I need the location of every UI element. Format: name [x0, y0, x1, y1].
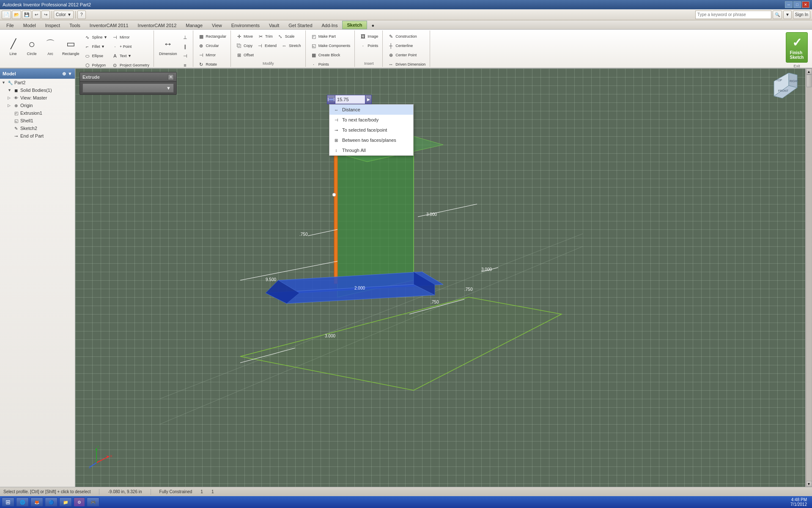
dialog-dropdown[interactable]: ▼ [82, 83, 174, 93]
ellipse-button[interactable]: ⬭ Ellipse [82, 52, 109, 60]
tab-model[interactable]: Model [19, 21, 41, 29]
dropdown-item-throughall[interactable]: ↕ Through All [329, 145, 413, 155]
points-insert-button[interactable]: · Points [358, 41, 380, 50]
viewport[interactable]: 3.000 .750 9.500 2.000 3.000 .750 .750 3… [75, 69, 812, 487]
viewcube[interactable]: FRONT TOP RIGHT [770, 73, 799, 102]
arc-button[interactable]: ⌒ Arc [41, 32, 59, 61]
create-block-button[interactable]: ▦ Create Block [309, 51, 342, 59]
taskbar-app-files[interactable]: 📁 [59, 497, 72, 507]
close-button[interactable]: ✕ [802, 1, 809, 8]
constrain4[interactable]: ≡ [180, 61, 190, 69]
project-geometry-button[interactable]: ⊙ Project Geometry [110, 61, 151, 69]
rotate-button[interactable]: ↻ Rotate [196, 60, 219, 69]
taskbar-app-extra[interactable]: 🎮 [87, 497, 99, 507]
color-selector[interactable]: Color ▼ [54, 11, 74, 19]
tab-manage[interactable]: Manage [181, 21, 207, 29]
scroll-down-arrow[interactable]: ▼ [806, 481, 812, 487]
scroll-track[interactable] [807, 75, 812, 481]
dialog-close-button[interactable]: ✕ [168, 74, 174, 80]
tab-inspect[interactable]: Inspect [41, 21, 65, 29]
make-part-button[interactable]: ◰ Make Part [309, 32, 337, 41]
qa-new-button[interactable]: 📄 [2, 11, 11, 19]
mirror-button[interactable]: ⊣ Mirror [110, 33, 151, 41]
scroll-up-arrow[interactable]: ▲ [806, 69, 812, 75]
taskbar-app-chrome[interactable]: 🔵 [45, 497, 58, 507]
rectangle-button[interactable]: ▭ Rectangle [60, 32, 82, 61]
qa-help-button[interactable]: ? [77, 11, 86, 19]
image-button[interactable]: 🖼 Image [358, 32, 380, 41]
tree-item-shell1[interactable]: ◱ Shell1 [0, 117, 75, 124]
tree-item-extrusion1[interactable]: ◰ Extrusion1 [0, 109, 75, 117]
constrain3[interactable]: ⊣ [180, 52, 190, 60]
driven-dimension-button[interactable]: ↔ Driven Dimension [386, 60, 427, 69]
tree-item-sketch2[interactable]: ✎ Sketch2 [0, 124, 75, 132]
spline-button[interactable]: ∿ Spline ▼ [82, 33, 109, 41]
tab-inventorcam2011[interactable]: InventorCAM 2011 [85, 21, 133, 29]
tree-item-solidbodies[interactable]: ▼ ◼ Solid Bodies(1) [0, 86, 75, 94]
rectangular-button[interactable]: ▦ Rectangular [196, 32, 228, 41]
circle-button[interactable]: ○ Circle [23, 32, 41, 61]
polygon-button[interactable]: ⬡ Polygon [82, 61, 109, 69]
tab-inventorcam2012[interactable]: InventorCAM 2012 [133, 21, 181, 29]
dropdown-item-twofaces[interactable]: ⊞ Between two faces/planes [329, 135, 413, 145]
tree-item-viewmaster[interactable]: ▷ 👁 View: Master [0, 94, 75, 102]
line-button[interactable]: ╱ Line [4, 32, 22, 61]
mirror-pattern-button[interactable]: ⊣ Mirror [196, 51, 218, 59]
qa-open-button[interactable]: 📂 [12, 11, 21, 19]
centerline-button[interactable]: ┼ Centerline [386, 41, 414, 50]
dropdown-item-selectedface[interactable]: ⊸ To selected face/point [329, 125, 413, 135]
tree-item-endofpart[interactable]: ⊸ End of Part [0, 132, 75, 140]
extend-button[interactable]: ⊣ Extend [255, 41, 278, 50]
distance-right-arrow[interactable]: ▶ [365, 95, 372, 104]
tab-tools[interactable]: Tools [65, 21, 85, 29]
sign-in-button[interactable]: Sign In [793, 11, 810, 19]
search-button[interactable]: 🔍 [773, 11, 782, 19]
minimize-button[interactable]: ─ [785, 1, 793, 8]
tab-getstarted[interactable]: Get Started [284, 21, 317, 29]
finish-sketch-button[interactable]: ✓ FinishSketch [786, 32, 808, 63]
search-input[interactable] [695, 11, 771, 19]
tab-environments[interactable]: Environments [227, 21, 264, 29]
distance-value-input[interactable] [335, 95, 365, 104]
model-icon2[interactable]: ▼ [68, 71, 72, 77]
constrain2[interactable]: ∥ [180, 42, 190, 51]
tab-extra[interactable]: ● [367, 21, 379, 29]
point-button[interactable]: · + Point [110, 42, 151, 51]
construction-button[interactable]: ✎ Construction [386, 32, 419, 41]
distance-left-button[interactable] [327, 95, 335, 104]
stretch-button[interactable]: ↔ Stretch [279, 41, 303, 50]
constrain1[interactable]: ⊥ [180, 33, 190, 41]
tab-addins[interactable]: Add-Ins [317, 21, 343, 29]
move-button[interactable]: ✛ Move [234, 32, 255, 41]
maximize-button[interactable]: □ [793, 1, 801, 8]
start-button[interactable]: ⊞ [2, 497, 14, 507]
qa-undo-button[interactable]: ↩ [32, 11, 41, 19]
search-options-button[interactable]: ▼ [783, 11, 792, 19]
taskbar-app-ie[interactable]: 🌐 [16, 497, 29, 507]
taskbar-app-inventor[interactable]: ⚙ [74, 497, 85, 507]
tree-item-origin[interactable]: ▷ ⊕ Origin [0, 102, 75, 109]
tab-file[interactable]: File [2, 21, 19, 29]
dropdown-item-nextface[interactable]: ⊣ To next face/body [329, 115, 413, 125]
copy-button[interactable]: ⿻ Copy [234, 41, 254, 50]
scale-button[interactable]: ⤡ Scale [275, 32, 296, 41]
text-button[interactable]: A Text ▼ [110, 52, 151, 60]
dimension-button[interactable]: ↔ Dimension [157, 32, 179, 61]
tab-view[interactable]: View [207, 21, 227, 29]
taskbar-app-firefox[interactable]: 🦊 [30, 497, 43, 507]
make-components-button[interactable]: ◱ Make Components [309, 41, 352, 50]
dropdown-item-distance[interactable]: ↔ Distance [329, 105, 413, 115]
tree-item-part2[interactable]: ▼ 🔧 Part2 [0, 79, 75, 86]
qa-save-button[interactable]: 💾 [22, 11, 31, 19]
points-layout-button[interactable]: · Points [309, 60, 331, 69]
offset-button[interactable]: ⊞ Offset [234, 51, 255, 59]
model-icon1[interactable]: ⊕ [62, 71, 66, 77]
fillet-button[interactable]: ⌐ Fillet ▼ [82, 42, 109, 51]
trim-button[interactable]: ✂ Trim [255, 32, 274, 41]
qa-redo-button[interactable]: ↪ [41, 11, 50, 19]
center-point-button[interactable]: ⊕ Center Point [386, 51, 418, 59]
tab-vault[interactable]: Vault [264, 21, 284, 29]
tab-sketch[interactable]: Sketch [342, 21, 367, 29]
scroll-thumb[interactable] [807, 75, 812, 87]
circular-pattern-button[interactable]: ⊕ Circular [196, 41, 221, 50]
